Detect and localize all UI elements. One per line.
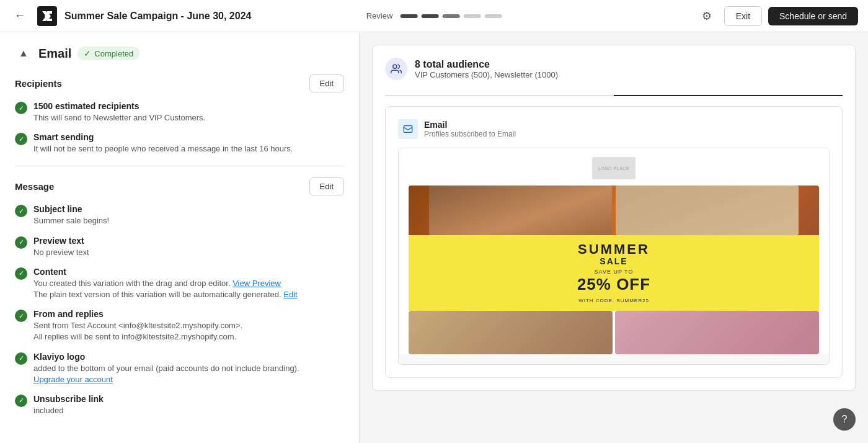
email-section-label: Email (38, 47, 71, 61)
audience-icon (385, 58, 407, 80)
email-preview: LOGO PLACE (399, 148, 829, 354)
estimated-recipients-title: 1500 estimated recipients (33, 101, 205, 111)
klaviyo-logo-mark (37, 6, 57, 26)
smart-sending-desc: It will not be sent to people who receiv… (33, 143, 293, 154)
settings-button[interactable]: ⚙ (696, 5, 718, 27)
progress-dot-4 (463, 14, 480, 18)
help-button[interactable]: ? (833, 408, 856, 431)
section-divider (15, 166, 344, 166)
preview-text-content: Preview text No preview text (33, 236, 89, 258)
email-profile-card: Email Profiles subscribed to Email LOGO … (385, 106, 843, 378)
smart-sending-content: Smart sending It will not be sent to peo… (33, 132, 293, 154)
preview-text-item: ✓ Preview text No preview text (15, 236, 344, 258)
recipients-check-content-1: 1500 estimated recipients This will send… (33, 101, 205, 123)
recipients-check-item-2: ✓ Smart sending It will not be sent to p… (15, 132, 344, 154)
check-icon-subject: ✓ (15, 205, 27, 217)
svg-rect-2 (404, 126, 412, 133)
content-item: ✓ Content You created this variation wit… (15, 267, 344, 300)
sale-code-text: WITH CODE: SUMMER25 (421, 298, 807, 303)
nav-right: ⚙ Exit Schedule or send (696, 5, 858, 27)
email-preview-container: LOGO PLACE (398, 148, 830, 365)
tab-item-1[interactable] (385, 85, 614, 96)
subject-line-content: Subject line Summer sale begins! (33, 204, 109, 226)
sale-text-block: SUMMER SALE SAVE UP TO 25% OFF WITH CODE… (409, 235, 819, 311)
progress-bar-container: Review (366, 11, 502, 20)
unsubscribe-desc: included (33, 405, 104, 416)
recipients-section-header: Recipients Edit (15, 74, 344, 92)
tab-item-2[interactable] (614, 85, 843, 96)
recipients-edit-button[interactable]: Edit (309, 74, 344, 92)
product-image-2 (615, 311, 819, 354)
subject-line-desc: Summer sale begins! (33, 215, 109, 226)
logo-block: LOGO PLACE (592, 157, 636, 179)
estimated-recipients-desc: This will send to Newsletter and VIP Cus… (33, 112, 205, 123)
message-edit-button[interactable]: Edit (309, 177, 344, 195)
progress-dot-2 (421, 14, 438, 18)
email-card-header: Email Profiles subscribed to Email (398, 119, 830, 139)
sale-save-text: SAVE UP TO (421, 269, 807, 275)
audience-info: 8 total audience VIP Customers (500), Ne… (415, 59, 558, 79)
help-icon: ? (842, 414, 848, 425)
right-panel: 8 total audience VIP Customers (500), Ne… (360, 32, 868, 443)
top-nav: ← Summer Sale Campaign - June 30, 2024 R… (0, 0, 868, 32)
left-panel: ▲ Email ✓ Completed Recipients Edit ✓ 15… (0, 32, 360, 443)
sale-percent-text: 25% OFF (421, 275, 807, 294)
check-icon-content: ✓ (15, 267, 27, 280)
progress-dot-3 (442, 14, 459, 18)
check-icon-preview: ✓ (15, 236, 27, 249)
progress-dot-1 (400, 14, 417, 18)
klaviyo-logo (37, 6, 57, 26)
collapse-button[interactable]: ▲ (15, 45, 32, 62)
check-icon-logo: ✓ (15, 352, 27, 365)
progress-label: Review (366, 11, 393, 20)
campaign-title: Summer Sale Campaign - June 30, 2024 (64, 11, 251, 22)
view-preview-link[interactable]: View Preview (232, 279, 281, 288)
hero-right (616, 186, 799, 235)
exit-button[interactable]: Exit (724, 6, 762, 26)
sale-summer-text: SUMMER (421, 243, 807, 256)
recipients-check-item-1: ✓ 1500 estimated recipients This will se… (15, 101, 344, 123)
main-layout: ▲ Email ✓ Completed Recipients Edit ✓ 15… (0, 32, 868, 443)
back-button[interactable]: ← (10, 6, 30, 26)
back-icon: ← (14, 9, 25, 22)
klaviyo-logo-desc: added to the bottom of your email (paid … (33, 363, 299, 385)
completed-text: Completed (94, 49, 133, 58)
message-section-header: Message Edit (15, 177, 344, 195)
check-circle-icon: ✓ (84, 48, 91, 58)
product-grid (409, 311, 819, 354)
completed-badge: ✓ Completed (78, 47, 140, 60)
check-icon-unsubscribe: ✓ (15, 395, 27, 407)
audience-tab-bar (385, 85, 843, 96)
product-image-1 (409, 311, 613, 354)
check-icon-2: ✓ (15, 133, 27, 145)
svg-point-1 (393, 65, 397, 68)
recipients-title: Recipients (15, 78, 62, 89)
email-card-title: Email (424, 120, 516, 130)
email-logo-row: LOGO PLACE (399, 148, 829, 186)
preview-text-title: Preview text (33, 236, 89, 246)
content-check-content: Content You created this variation with … (33, 267, 298, 300)
logo-placeholder: LOGO PLACE (592, 157, 636, 179)
smart-sending-title: Smart sending (33, 132, 293, 142)
subject-line-title: Subject line (33, 204, 109, 214)
sale-hero-image (409, 186, 819, 235)
logo-placeholder-text: LOGO PLACE (598, 166, 629, 171)
email-card-subtitle: Profiles subscribed to Email (424, 130, 516, 138)
preview-text-desc: No preview text (33, 247, 89, 258)
message-title: Message (15, 181, 54, 192)
nav-left: ← Summer Sale Campaign - June 30, 2024 (10, 6, 251, 26)
content-title: Content (33, 267, 298, 277)
edit-plain-text-link[interactable]: Edit (283, 290, 297, 299)
sale-sale-text: SALE (421, 256, 807, 266)
klaviyo-logo-title: Klaviyo logo (33, 352, 299, 362)
progress-dot-5 (484, 14, 502, 18)
from-replies-item: ✓ From and replies Sent from Test Accoun… (15, 309, 344, 342)
schedule-or-send-button[interactable]: Schedule or send (768, 7, 858, 25)
email-card-icon (398, 119, 418, 139)
from-replies-desc: Sent from Test Account <info@kltestsite2… (33, 320, 242, 342)
hero-left (429, 186, 612, 235)
upgrade-account-link[interactable]: Upgrade your account (33, 375, 113, 384)
hero-inner (429, 186, 799, 235)
check-icon-1: ✓ (15, 102, 27, 114)
email-card-info: Email Profiles subscribed to Email (424, 120, 516, 138)
